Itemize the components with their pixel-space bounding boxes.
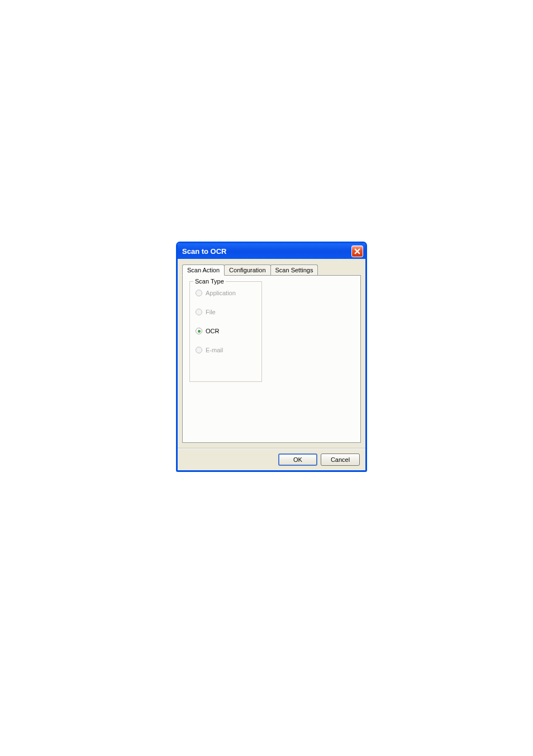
- close-button[interactable]: [351, 245, 363, 257]
- radio-label-ocr: OCR: [206, 328, 219, 334]
- ok-button[interactable]: OK: [278, 453, 317, 466]
- close-icon: [354, 248, 360, 254]
- radio-icon: [196, 328, 202, 334]
- radio-email: E-mail: [196, 347, 256, 353]
- radio-icon: [196, 290, 202, 296]
- radio-group: Application File OCR E-mail: [190, 282, 261, 361]
- radio-label-file: File: [206, 309, 216, 315]
- radio-icon: [196, 309, 202, 315]
- cancel-button[interactable]: Cancel: [321, 453, 360, 466]
- dialog-body: Scan Action Configuration Scan Settings …: [178, 259, 365, 448]
- tab-scan-settings[interactable]: Scan Settings: [270, 264, 318, 275]
- scan-type-fieldset: Scan Type Application File OCR: [189, 281, 262, 382]
- radio-ocr[interactable]: OCR: [196, 328, 256, 334]
- radio-label-application: Application: [206, 290, 236, 296]
- tab-configuration[interactable]: Configuration: [224, 264, 270, 275]
- fieldset-legend: Scan Type: [193, 278, 226, 285]
- tab-strip: Scan Action Configuration Scan Settings: [182, 264, 361, 275]
- dialog-title: Scan to OCR: [182, 247, 226, 256]
- tab-scan-action[interactable]: Scan Action: [182, 264, 225, 276]
- radio-label-email: E-mail: [206, 347, 223, 353]
- radio-icon: [196, 347, 202, 353]
- radio-file: File: [196, 309, 256, 315]
- button-bar: OK Cancel: [178, 448, 365, 470]
- tab-panel: Scan Type Application File OCR: [182, 275, 361, 443]
- titlebar[interactable]: Scan to OCR: [178, 243, 365, 259]
- scan-to-ocr-dialog: Scan to OCR Scan Action Configuration Sc…: [176, 242, 367, 472]
- radio-application: Application: [196, 290, 256, 296]
